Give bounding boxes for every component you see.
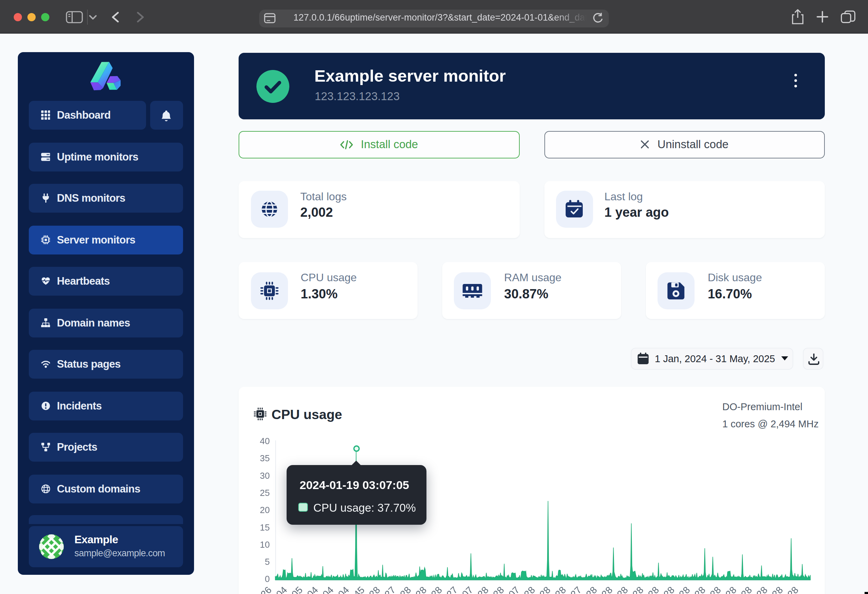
- svg-text:28: 28: [537, 584, 552, 594]
- svg-text:28: 28: [723, 584, 738, 594]
- svg-text:07: 07: [460, 584, 475, 594]
- svg-text:28: 28: [677, 584, 692, 594]
- svg-text:28: 28: [692, 584, 707, 594]
- svg-text:30: 30: [260, 471, 269, 481]
- svg-text:35: 35: [260, 453, 269, 463]
- svg-text:04: 04: [273, 584, 289, 594]
- svg-text:27: 27: [382, 584, 397, 594]
- svg-text:28: 28: [398, 584, 413, 594]
- svg-text:28: 28: [413, 584, 428, 594]
- svg-text:28: 28: [770, 584, 785, 594]
- svg-text:28: 28: [707, 584, 723, 594]
- svg-text:15: 15: [260, 522, 269, 533]
- svg-text:04: 04: [305, 584, 320, 594]
- svg-text:28: 28: [630, 584, 645, 594]
- svg-text:28: 28: [615, 584, 630, 594]
- svg-text:27: 27: [568, 584, 583, 594]
- svg-text:28: 28: [490, 584, 506, 594]
- svg-text:5: 5: [265, 557, 269, 567]
- svg-text:28: 28: [367, 584, 382, 594]
- svg-text:28: 28: [583, 584, 599, 594]
- svg-text:28: 28: [428, 584, 444, 594]
- svg-text:28: 28: [475, 584, 490, 594]
- svg-text:20: 20: [260, 505, 269, 515]
- svg-text:26: 26: [258, 584, 273, 594]
- svg-text:28: 28: [661, 584, 676, 594]
- svg-text:28: 28: [645, 584, 661, 594]
- svg-text:28: 28: [553, 584, 568, 594]
- svg-text:04: 04: [336, 584, 351, 594]
- svg-text:28: 28: [785, 584, 800, 594]
- svg-text:28: 28: [522, 584, 537, 594]
- svg-text:28: 28: [754, 584, 769, 594]
- svg-text:27: 27: [444, 584, 459, 594]
- svg-text:28: 28: [738, 584, 753, 594]
- svg-text:05: 05: [289, 584, 304, 594]
- svg-text:28: 28: [599, 584, 614, 594]
- svg-text:25: 25: [260, 488, 269, 498]
- svg-text:10: 10: [260, 539, 269, 550]
- svg-text:0: 0: [265, 574, 269, 584]
- svg-text:04: 04: [320, 584, 335, 594]
- svg-text:45: 45: [351, 584, 366, 594]
- svg-text:07: 07: [506, 584, 521, 594]
- svg-text:40: 40: [260, 436, 269, 446]
